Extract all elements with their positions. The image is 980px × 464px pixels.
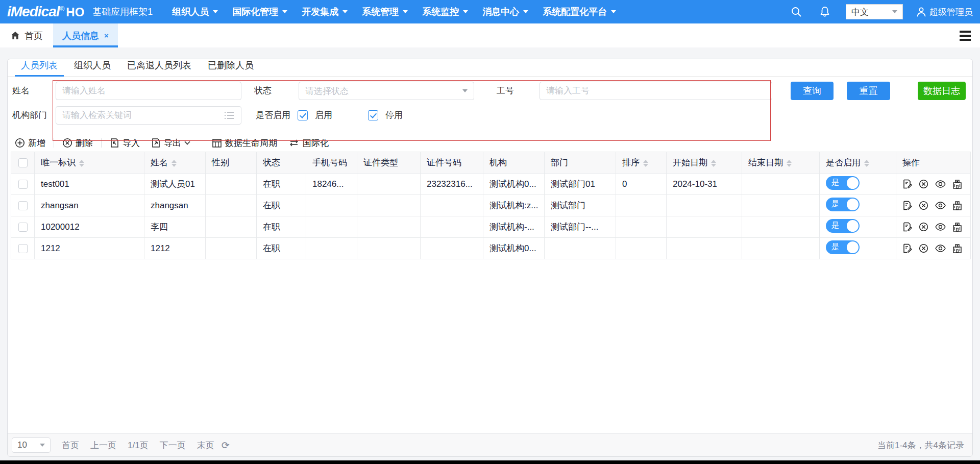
tab-home[interactable]: 首页: [0, 23, 53, 47]
select-all-checkbox[interactable]: [18, 158, 28, 167]
menu-dev-integration[interactable]: 开发集成: [295, 0, 355, 23]
tree-list-icon[interactable]: [224, 111, 234, 120]
col-name[interactable]: 姓名: [144, 152, 206, 174]
disabled-option-label[interactable]: 停用: [385, 106, 403, 125]
view-icon[interactable]: [935, 202, 946, 209]
user-icon: [916, 7, 926, 17]
cell-phone: [306, 238, 357, 259]
enabled-toggle[interactable]: 是: [826, 198, 860, 211]
enabled-option-label[interactable]: 启用: [315, 106, 332, 125]
first-page-button[interactable]: 首页: [62, 439, 79, 451]
empno-input[interactable]: [540, 82, 772, 100]
delete-button[interactable]: 删除: [62, 137, 93, 149]
page-size-select[interactable]: 10: [12, 437, 51, 453]
name-input[interactable]: [56, 82, 241, 100]
menu-system-monitor[interactable]: 系统监控: [415, 0, 475, 23]
cell-phone: [306, 216, 357, 238]
cell-end-date: [742, 238, 820, 259]
cell-gender: [206, 195, 257, 216]
col-end-date[interactable]: 结束日期: [742, 152, 820, 174]
personnel-table: 唯一标识 姓名 性别 状态 手机号码 证件类型 证件号码 机构 部门 排序 开始…: [11, 152, 971, 259]
view-icon[interactable]: [935, 223, 946, 231]
enabled-toggle[interactable]: 是: [826, 240, 860, 254]
disabled-checkbox[interactable]: [368, 110, 378, 120]
cell-sort-order: [616, 216, 667, 238]
col-sort-order[interactable]: 排序: [616, 152, 667, 174]
menu-message-center[interactable]: 消息中心: [475, 0, 535, 23]
menu-i18n-management[interactable]: 国际化管理: [225, 0, 295, 23]
org-building-icon[interactable]: [952, 222, 962, 232]
prev-page-button[interactable]: 上一页: [90, 439, 116, 451]
enabled-checkbox[interactable]: [298, 110, 308, 120]
plus-circle-icon: [15, 138, 25, 148]
i18n-button[interactable]: 国际化: [288, 137, 329, 149]
chevron-down-icon: [523, 10, 528, 13]
row-checkbox[interactable]: [18, 244, 28, 253]
import-button[interactable]: 导入: [110, 137, 140, 149]
col-uid[interactable]: 唯一标识: [35, 152, 144, 174]
app-logo: iMedical®HO: [7, 4, 84, 20]
status-select[interactable]: 请选择状态: [299, 82, 474, 100]
view-icon[interactable]: [935, 245, 946, 252]
reset-button[interactable]: 重置: [847, 82, 890, 100]
disable-icon[interactable]: [919, 243, 928, 253]
cell-gender: [206, 174, 257, 195]
language-select[interactable]: 中文: [846, 4, 903, 19]
subtab-deleted[interactable]: 已删除人员: [202, 59, 260, 76]
chevron-down-icon: [282, 10, 287, 13]
notification-bell-icon[interactable]: [819, 6, 830, 17]
subtab-retired-list[interactable]: 已离退人员列表: [121, 59, 198, 76]
toolbar-divider: [101, 138, 102, 148]
menu-system-management[interactable]: 系统管理: [355, 0, 415, 23]
edit-icon[interactable]: [902, 222, 912, 232]
disable-icon[interactable]: [919, 179, 928, 189]
tab-list-menu-icon[interactable]: [960, 31, 971, 41]
table-toolbar: 新增 删除 导入 导出 数据生命周期: [15, 134, 329, 152]
row-checkbox[interactable]: [18, 223, 28, 232]
cell-id-type: [357, 238, 421, 259]
org-building-icon[interactable]: [952, 179, 962, 189]
edit-icon[interactable]: [902, 179, 912, 189]
tab-personnel-info[interactable]: 人员信息 ×: [53, 23, 118, 47]
disable-icon[interactable]: [919, 201, 928, 210]
top-navbar: iMedical®HO 基础应用框架1 组织人员 国际化管理 开发集成 系统管理…: [0, 0, 980, 23]
search-button[interactable]: 查询: [791, 82, 834, 100]
data-log-button[interactable]: 数据日志: [918, 82, 966, 100]
row-checkbox[interactable]: [18, 201, 28, 210]
enabled-filter-label: 是否启用: [256, 106, 290, 125]
org-building-icon[interactable]: [952, 243, 962, 253]
cell-status: 在职: [257, 216, 306, 238]
cell-name: 李四: [144, 216, 206, 238]
refresh-icon[interactable]: ⟳: [222, 439, 230, 451]
col-start-date[interactable]: 开始日期: [667, 152, 742, 174]
org-building-icon[interactable]: [952, 201, 962, 210]
row-checkbox[interactable]: [18, 180, 28, 189]
search-icon[interactable]: [791, 6, 802, 17]
view-icon[interactable]: [935, 180, 946, 188]
disable-icon[interactable]: [919, 222, 928, 232]
cell-sort-order: [616, 238, 667, 259]
export-button[interactable]: 导出: [151, 137, 189, 149]
edit-icon[interactable]: [902, 243, 912, 253]
cell-id-type: [357, 174, 421, 195]
data-lifecycle-button[interactable]: 数据生命周期: [212, 137, 277, 149]
user-menu[interactable]: 超级管理员: [916, 6, 973, 18]
close-icon[interactable]: ×: [104, 31, 109, 40]
subtab-personnel-list[interactable]: 人员列表: [15, 59, 64, 76]
next-page-button[interactable]: 下一页: [160, 439, 186, 451]
menu-config-platform[interactable]: 系统配置化平台: [535, 0, 623, 23]
sort-icon: [787, 160, 792, 167]
cell-id-number: [421, 238, 483, 259]
col-enabled[interactable]: 是否启用: [820, 152, 896, 174]
menu-org-personnel[interactable]: 组织人员: [165, 0, 225, 23]
app-window: iMedical®HO 基础应用框架1 组织人员 国际化管理 开发集成 系统管理…: [0, 0, 980, 464]
org-dept-input[interactable]: [56, 106, 241, 125]
cell-uid: 1212: [35, 238, 144, 259]
edit-icon[interactable]: [902, 201, 912, 210]
enabled-toggle[interactable]: 是: [826, 219, 860, 233]
cell-id-number: 23232316...: [421, 174, 483, 195]
enabled-toggle[interactable]: 是: [826, 176, 860, 190]
subtab-org-personnel[interactable]: 组织人员: [68, 59, 117, 76]
add-button[interactable]: 新增: [15, 137, 45, 149]
last-page-button[interactable]: 末页: [197, 439, 214, 451]
